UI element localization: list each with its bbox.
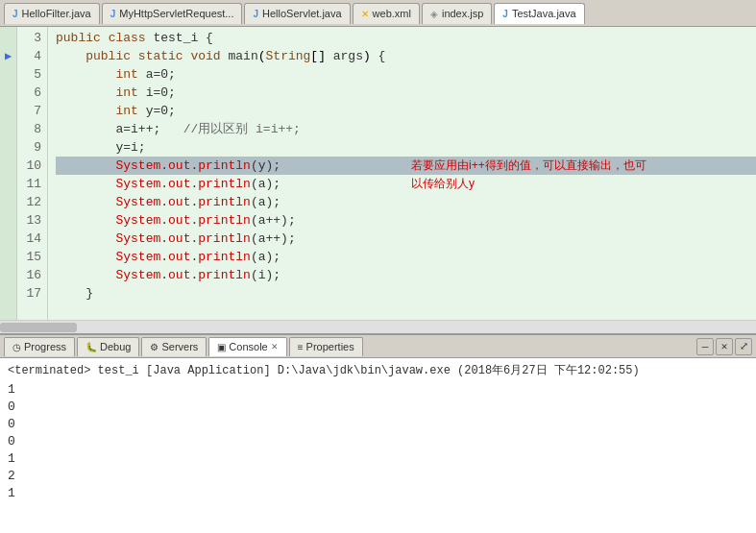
console-icon: ▣: [217, 342, 226, 352]
editor-panel: ▶ 3 4 5 6 7 8 9 10 11 12 13: [0, 27, 756, 320]
panel-tab-progress[interactable]: ◷ Progress: [4, 337, 75, 356]
tab-hello-filter[interactable]: J HelloFilter.java: [4, 3, 100, 24]
code-line-13: System.out.println(a++);: [56, 211, 756, 230]
tab-http-servlet[interactable]: J MyHttpServletRequest...: [102, 3, 243, 24]
bookmark-4: ▶: [2, 47, 15, 65]
bookmark-16: [2, 266, 15, 284]
progress-icon: ◷: [12, 342, 21, 352]
code-line-6: int i=0;: [56, 84, 756, 102]
console-output-2: 0: [8, 399, 748, 416]
bookmark-8: [2, 120, 15, 138]
h-scrollbar[interactable]: [0, 320, 756, 333]
panel-tab-label: Debug: [100, 341, 131, 352]
panel-tab-label: Progress: [24, 341, 66, 352]
console-output-6: 2: [8, 468, 748, 485]
bookmark-11: [2, 175, 15, 193]
tab-label: index.jsp: [442, 8, 483, 19]
debug-icon: 🐛: [85, 342, 97, 352]
tab-index-jsp[interactable]: ◈ index.jsp: [422, 3, 492, 24]
code-line-9: y=i;: [56, 138, 756, 157]
maximize-console-btn[interactable]: ⤢: [735, 338, 752, 355]
annotation-bubble: 若要应用由i++得到的值，可以直接输出，也可: [411, 157, 646, 175]
ide-window: J HelloFilter.java J MyHttpServletReques…: [0, 0, 756, 533]
servers-icon: ⚙: [150, 342, 159, 352]
panel-tab-label: Properties: [306, 341, 354, 352]
code-line-10: System.out.println(y); 若要应用由i++得到的值，可以直接…: [56, 157, 756, 175]
bookmark-6: [2, 84, 15, 102]
properties-icon: ≡: [298, 342, 304, 352]
tab-web-xml[interactable]: ✕ web.xml: [353, 3, 420, 24]
panel-tab-bar: ◷ Progress 🐛 Debug ⚙ Servers ▣ Console ✕…: [0, 335, 756, 358]
minimize-console-btn[interactable]: —: [696, 338, 714, 355]
tab-label: HelloFilter.java: [22, 8, 91, 19]
java-file-icon: J: [502, 9, 508, 19]
code-area[interactable]: public class test_i { public static void…: [48, 27, 756, 320]
tab-label: TestJava.java: [512, 8, 576, 19]
java-file-icon: J: [110, 9, 116, 19]
code-line-5: int a=0;: [56, 65, 756, 84]
bookmark-9: [2, 138, 15, 157]
bookmark-strip: ▶: [0, 27, 17, 320]
tab-test-java[interactable]: J TestJava.java: [494, 3, 584, 24]
bookmark-15: [2, 248, 15, 266]
panel-tab-console[interactable]: ▣ Console ✕: [208, 337, 286, 356]
code-line-3: public class test_i {: [56, 29, 756, 47]
tab-label: HelloServlet.java: [262, 8, 342, 19]
panel-tab-debug[interactable]: 🐛 Debug: [77, 337, 139, 356]
bookmark-12: [2, 193, 15, 211]
code-line-15: System.out.println(a);: [56, 248, 756, 266]
panel-tab-properties[interactable]: ≡ Properties: [289, 337, 363, 356]
jsp-file-icon: ◈: [430, 9, 438, 19]
bookmark-14: [2, 230, 15, 248]
console-output-3: 0: [8, 416, 748, 433]
console-output-4: 0: [8, 433, 748, 450]
annotation-bubble-2: 以传给别人y: [411, 175, 475, 193]
console-output-1: 1: [8, 381, 748, 399]
java-file-icon: J: [253, 9, 258, 19]
line-numbers: 3 4 5 6 7 8 9 10 11 12 13 14 15 16 17: [17, 27, 48, 320]
console-output-7: 1: [8, 485, 748, 502]
code-line-16: System.out.println(i);: [56, 266, 756, 284]
tab-label: web.xml: [373, 8, 411, 19]
java-file-icon: J: [12, 9, 18, 19]
panel-tab-label: Console: [229, 341, 267, 352]
bookmark-17: [2, 284, 15, 303]
console-content[interactable]: <terminated> test_i [Java Application] D…: [0, 358, 756, 533]
code-line-10b: System.out.println(a); 以传给别人y: [56, 175, 756, 193]
bottom-panel: ◷ Progress 🐛 Debug ⚙ Servers ▣ Console ✕…: [0, 333, 756, 533]
code-line-17: }: [56, 284, 756, 303]
code-line-7: int y=0;: [56, 102, 756, 120]
bookmark-5: [2, 65, 15, 84]
bookmark-7: [2, 102, 15, 120]
bookmark-13: [2, 211, 15, 230]
bookmark-3: [2, 29, 15, 47]
tab-hello-servlet[interactable]: J HelloServlet.java: [244, 3, 350, 24]
panel-tab-label: Servers: [161, 341, 198, 352]
code-line-4: public static void main(String[] args) {: [56, 47, 756, 65]
code-line-14: System.out.println(a++);: [56, 230, 756, 248]
bookmark-10: [2, 157, 15, 175]
editor-tab-bar: J HelloFilter.java J MyHttpServletReques…: [0, 0, 756, 27]
code-line-8: a=i++; //用以区别 i=i++;: [56, 120, 756, 138]
console-output-5: 1: [8, 450, 748, 468]
console-tab-close[interactable]: ✕: [271, 342, 279, 351]
console-terminated-line: <terminated> test_i [Java Application] D…: [8, 362, 748, 379]
xml-file-icon: ✕: [361, 9, 369, 19]
panel-actions: — ✕ ⤢: [696, 338, 752, 355]
code-line-12: System.out.println(a);: [56, 193, 756, 211]
tab-label: MyHttpServletRequest...: [119, 8, 233, 19]
close-console-btn[interactable]: ✕: [716, 338, 733, 355]
panel-tab-servers[interactable]: ⚙ Servers: [141, 337, 207, 356]
